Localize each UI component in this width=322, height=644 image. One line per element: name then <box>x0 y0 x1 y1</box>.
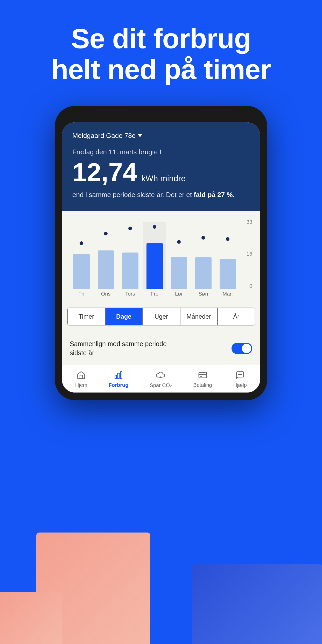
bottom-nav: Hjem Forbrug <box>62 365 260 393</box>
bar-lor: Lør <box>167 222 191 289</box>
bar-ons: Ons <box>94 222 117 289</box>
nav-hjaelp[interactable]: Hjælp <box>233 370 247 388</box>
chart-section: 33 16 0 Tir <box>62 211 260 301</box>
chevron-down-icon <box>138 134 142 137</box>
nav-betaling[interactable]: Betaling <box>193 370 212 388</box>
label-man: Man <box>216 291 239 297</box>
address-bar[interactable]: Meldgaard Gade 78e <box>72 132 250 140</box>
svg-point-5 <box>240 374 240 375</box>
phone-wrapper: Meldgaard Gade 78e Fredag den 11. marts … <box>0 106 322 400</box>
y-label-top: 33 <box>247 219 252 225</box>
dot-tors <box>128 227 132 230</box>
nav-hjem[interactable]: Hjem <box>75 370 87 388</box>
nav-spar-co2[interactable]: Spar CO₂ <box>150 370 172 388</box>
cloud-icon <box>155 370 166 380</box>
date-label: Fredag den 11. marts brugte I <box>72 148 250 156</box>
toggle-label: Sammenlign med samme periodesidste år <box>70 339 167 358</box>
svg-point-6 <box>241 374 242 375</box>
svg-rect-3 <box>199 372 207 378</box>
nav-label-hjem: Hjem <box>75 382 87 388</box>
label-ons: Ons <box>94 291 117 297</box>
hero-line2: helt ned på timer <box>51 54 271 85</box>
deco-blue-right <box>192 564 322 644</box>
dot-lor <box>177 240 181 244</box>
dot-fre <box>153 225 156 229</box>
comparison-text: end i samme periode sidste år. Det er et… <box>72 190 250 200</box>
label-tir: Tir <box>70 291 93 297</box>
phone-shell: Meldgaard Gade 78e Fredag den 11. marts … <box>55 106 267 400</box>
dot-ons <box>104 232 108 235</box>
home-icon <box>75 370 87 380</box>
phone-top-bar <box>62 114 260 120</box>
nav-label-forbrug: Forbrug <box>109 382 129 388</box>
dot-man <box>226 237 229 241</box>
chart-icon <box>113 370 124 380</box>
nav-label-hjaelp: Hjælp <box>233 382 247 388</box>
tabs-row: Timer Dage Uger Måneder År <box>67 307 255 326</box>
svg-rect-1 <box>118 373 119 379</box>
camera-notch <box>145 114 177 120</box>
compare-toggle[interactable] <box>232 343 252 354</box>
label-tors: Tors <box>118 291 142 297</box>
tab-dage[interactable]: Dage <box>105 308 143 325</box>
label-fre: Fre <box>143 291 166 297</box>
nav-forbrug[interactable]: Forbrug <box>109 370 129 388</box>
tabs-section: Timer Dage Uger Måneder År <box>62 301 260 332</box>
chat-icon <box>234 370 246 380</box>
dot-tir <box>80 241 83 245</box>
label-son: Søn <box>192 291 215 297</box>
phone-screen: Meldgaard Gade 78e Fredag den 11. marts … <box>62 122 260 393</box>
label-lor: Lør <box>167 291 191 297</box>
deco-salmon-left <box>36 533 150 644</box>
bar-son: Søn <box>192 222 215 289</box>
deco-salmon-bottom <box>0 592 62 644</box>
svg-rect-0 <box>115 375 117 379</box>
svg-point-4 <box>239 374 239 375</box>
consumption-row: 12,74 kWh mindre <box>72 159 250 185</box>
bar-man: Man <box>216 222 239 289</box>
tab-timer[interactable]: Timer <box>67 308 105 325</box>
tab-uger[interactable]: Uger <box>142 308 180 325</box>
nav-label-betaling: Betaling <box>193 382 212 388</box>
toggle-section: Sammenlign med samme periodesidste år <box>62 332 260 365</box>
toggle-knob <box>242 344 251 353</box>
consumption-number: 12,74 <box>72 159 137 185</box>
nav-label-spar: Spar CO₂ <box>150 382 172 388</box>
tab-ar[interactable]: År <box>217 308 255 325</box>
card-icon <box>197 370 208 380</box>
chart-container: 33 16 0 Tir <box>70 219 252 297</box>
hero-section: Se dit forbrug helt ned på timer <box>0 0 322 101</box>
bar-tors: Tors <box>118 222 142 289</box>
chart-bars-area: Tir Ons Tors <box>70 229 252 297</box>
dot-son <box>201 236 205 240</box>
bar-fre: Fre <box>143 222 166 289</box>
bar-tir: Tir <box>70 222 93 289</box>
comparison-bold: fald på 27 %. <box>194 191 235 199</box>
kwh-label: kWh mindre <box>141 174 186 183</box>
tab-maneder[interactable]: Måneder <box>180 308 218 325</box>
bottom-decorations <box>0 488 322 644</box>
svg-rect-2 <box>121 372 122 379</box>
app-header: Meldgaard Gade 78e Fredag den 11. marts … <box>62 122 260 211</box>
address-text: Meldgaard Gade 78e <box>72 132 136 140</box>
hero-line1: Se dit forbrug <box>71 23 251 54</box>
